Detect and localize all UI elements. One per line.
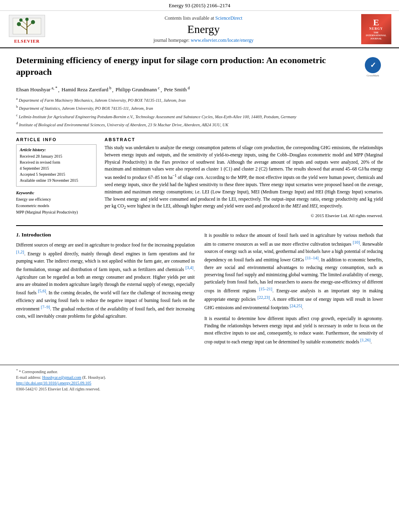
citation-text: Energy 93 (2015) 2166–2174 bbox=[169, 2, 230, 8]
journal-homepage-link[interactable]: www.elsevier.com/locate/energy bbox=[191, 37, 253, 43]
intro-para-1: Different sources of energy are used in … bbox=[16, 241, 195, 320]
copyright-line: © 2015 Elsevier Ltd. All rights reserved… bbox=[105, 213, 383, 218]
section-number: 1. bbox=[16, 232, 20, 238]
article-info-box: Article history: Received 28 January 201… bbox=[16, 144, 97, 187]
keyword-2: Econometric models bbox=[16, 203, 97, 209]
svg-point-7 bbox=[19, 18, 23, 22]
journal-name-title: Energy bbox=[187, 23, 220, 36]
sciencedirect-anchor[interactable]: ScienceDirect bbox=[215, 15, 242, 21]
article-title: Determining efficiency of energy input f… bbox=[16, 55, 363, 78]
history-item-2: Received in revised form bbox=[20, 159, 93, 165]
authors-line: Ehsan Houshyar a, *, Hamid Reza Zareifar… bbox=[16, 85, 383, 94]
article-info-heading: ARTICLE INFO bbox=[16, 137, 97, 142]
issn-line: 0360-5442/© 2015 Elsevier Ltd. All right… bbox=[16, 387, 383, 391]
body-two-col: 1. Introduction Different sources of ene… bbox=[16, 232, 383, 348]
keyword-3: MPP (Marginal Physical Productivity) bbox=[16, 209, 97, 216]
email-note: E-mail address: Houshyar.e@gmail.com (E.… bbox=[16, 375, 383, 380]
author-1: Ehsan Houshyar bbox=[16, 87, 51, 93]
crossmark-icon: ✓ bbox=[365, 57, 381, 73]
abstract-text: This study was undertaken to analyze the… bbox=[105, 144, 383, 211]
journal-header: ELSEVIER Contents lists available at Sci… bbox=[0, 11, 399, 48]
abstract-heading: ABSTRACT bbox=[105, 137, 383, 142]
energy-logo-area: E NERGY THEINTERNATIONALJOURNAL bbox=[358, 14, 394, 44]
keywords-title: Keywords: bbox=[16, 191, 97, 195]
doi-line[interactable]: http://dx.doi.org/10.1016/j.energy.2015.… bbox=[16, 381, 383, 385]
affil-3: c Leibniz-Institute for Agricultural Eng… bbox=[16, 113, 383, 120]
corresponding-author-note: * * Corresponding author. bbox=[16, 368, 383, 374]
history-item-5: Available online 19 November 2015 bbox=[20, 177, 93, 183]
svg-point-5 bbox=[17, 22, 21, 26]
affil-2: b Department of Statistics, Jahrom Unive… bbox=[16, 104, 383, 111]
keywords-section: Keywords: Energy use efficiency Economet… bbox=[16, 191, 97, 216]
journal-homepage-line: journal homepage: www.elsevier.com/locat… bbox=[154, 37, 254, 43]
body-col-right: It is possible to reduce the amount of f… bbox=[204, 232, 383, 348]
author-2: Hamid Reza Zareifard bbox=[62, 87, 108, 93]
energy-logo-box: E NERGY THEINTERNATIONALJOURNAL bbox=[361, 14, 391, 44]
abstract-column: ABSTRACT This study was undertaken to an… bbox=[105, 137, 383, 218]
author-3: Philipp Grundmann bbox=[115, 87, 157, 93]
crossmark-badge: ✓ CrossMark bbox=[363, 57, 383, 77]
affiliations: a Department of Farm Machinery Mechanics… bbox=[16, 96, 383, 128]
history-title: Article history: bbox=[20, 148, 93, 152]
article-info-abstract-section: ARTICLE INFO Article history: Received 2… bbox=[16, 137, 383, 218]
svg-point-8 bbox=[25, 18, 29, 21]
journal-header-center: Contents lists available at ScienceDirec… bbox=[53, 14, 354, 44]
keyword-1: Energy use efficiency bbox=[16, 196, 97, 203]
svg-point-6 bbox=[31, 20, 35, 24]
author-email[interactable]: Houshyar.e@gmail.com bbox=[42, 375, 81, 380]
body-col-left: 1. Introduction Different sources of ene… bbox=[16, 232, 195, 348]
affil-4: d Institute of Biological and Environmen… bbox=[16, 121, 383, 128]
history-item-1: Received 28 January 2015 bbox=[20, 153, 93, 159]
article-title-section: Determining efficiency of energy input f… bbox=[16, 55, 383, 81]
history-item-4: Accepted 5 September 2015 bbox=[20, 171, 93, 177]
intro-para-3: It is essential to determine how differe… bbox=[204, 315, 383, 345]
top-citation-bar: Energy 93 (2015) 2166–2174 bbox=[0, 0, 399, 11]
history-item-3: 4 September 2015 bbox=[20, 165, 93, 171]
crossmark-label: CrossMark bbox=[366, 74, 379, 77]
intro-para-2: It is possible to reduce the amount of f… bbox=[204, 232, 383, 311]
body-content: 1. Introduction Different sources of ene… bbox=[16, 225, 383, 348]
article-info-column: ARTICLE INFO Article history: Received 2… bbox=[16, 137, 97, 218]
intro-heading: 1. Introduction bbox=[16, 232, 195, 238]
main-content: Determining efficiency of energy input f… bbox=[0, 48, 399, 357]
elsevier-logo-area: ELSEVIER bbox=[5, 14, 49, 44]
affil-1: a Department of Farm Machinery Mechanics… bbox=[16, 96, 383, 103]
elsevier-logo-image bbox=[9, 15, 45, 37]
divider-1 bbox=[16, 133, 383, 133]
author-4: Pete Smith bbox=[164, 87, 187, 93]
doi-link[interactable]: http://dx.doi.org/10.1016/j.energy.2015.… bbox=[16, 381, 91, 385]
page-footer: * * Corresponding author. E-mail address… bbox=[0, 365, 399, 394]
elsevier-text: ELSEVIER bbox=[14, 39, 40, 43]
elsevier-logo: ELSEVIER bbox=[9, 15, 45, 43]
sciencedirect-link[interactable]: Contents lists available at ScienceDirec… bbox=[165, 15, 242, 21]
